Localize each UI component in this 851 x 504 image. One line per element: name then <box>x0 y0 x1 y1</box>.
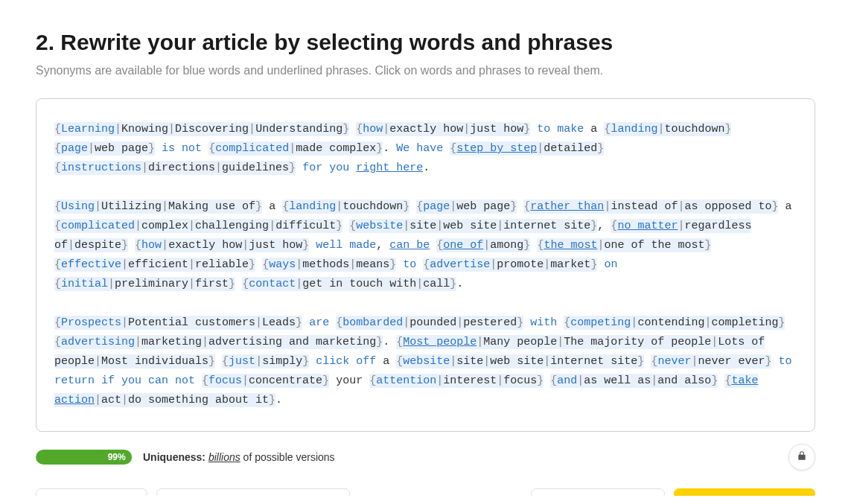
alt-word[interactable]: completing <box>711 316 778 329</box>
selected-word[interactable]: competing <box>570 316 631 329</box>
alt-word[interactable]: and also <box>657 374 711 387</box>
alt-word[interactable]: preliminary <box>115 278 188 290</box>
phrase[interactable]: can be <box>389 239 430 252</box>
phrase[interactable]: to make <box>537 123 584 135</box>
selected-word[interactable]: the most <box>544 239 597 252</box>
synonym-group[interactable]: {one of|among} <box>436 238 530 252</box>
alt-word[interactable]: simply <box>262 355 302 368</box>
alt-word[interactable]: internet site <box>503 220 590 232</box>
alt-word[interactable]: market <box>550 258 590 271</box>
alt-word[interactable]: challenging <box>195 220 269 232</box>
alt-word[interactable]: exactly how <box>389 123 463 135</box>
alt-word[interactable]: Understanding <box>255 123 342 135</box>
alt-word[interactable]: exactly how <box>168 239 242 252</box>
selected-word[interactable]: landing <box>289 200 336 213</box>
spintax-editor[interactable]: {Learning|Knowing|Discovering|Understand… <box>36 98 815 432</box>
synonym-group[interactable]: {the most|one of the most} <box>537 238 711 252</box>
alt-word[interactable]: Many people <box>483 336 557 348</box>
synonym-group[interactable]: {how|exactly how|just how} <box>135 238 309 252</box>
alt-word[interactable]: act <box>101 394 121 406</box>
selected-word[interactable]: one of <box>443 239 483 252</box>
synonym-group[interactable]: {how|exactly how|just how} <box>356 122 530 136</box>
phrase[interactable]: on <box>604 258 617 271</box>
selected-word[interactable]: Learning <box>61 123 115 135</box>
alt-word[interactable]: marketing <box>141 336 202 348</box>
alt-word[interactable]: touchdown <box>342 200 403 213</box>
selected-word[interactable]: just <box>229 355 255 368</box>
alt-word[interactable]: The majority of people <box>564 336 711 348</box>
alt-word[interactable]: directions <box>148 162 215 174</box>
button-placeholder-3[interactable] <box>531 488 665 496</box>
synonym-group[interactable]: {complicated|made complex} <box>208 141 383 156</box>
synonym-group[interactable]: {just|simply} <box>222 354 309 369</box>
synonym-group[interactable]: {website|site|web site|internet site} <box>349 219 597 233</box>
phrase[interactable]: We have <box>396 142 443 155</box>
alt-word[interactable]: just how <box>470 123 523 135</box>
synonym-group[interactable]: {advertise|promote|market} <box>423 258 597 272</box>
alt-word[interactable]: site <box>456 355 483 368</box>
alt-word[interactable]: do something about it <box>128 394 269 406</box>
selected-word[interactable]: how <box>363 123 383 135</box>
synonym-group[interactable]: {never|never ever} <box>651 354 771 369</box>
selected-word[interactable]: landing <box>611 123 657 135</box>
alt-word[interactable]: Most individuals <box>101 355 208 368</box>
synonym-group[interactable]: {website|site|web site|internet site} <box>396 354 644 369</box>
selected-word[interactable]: and <box>557 374 577 387</box>
alt-word[interactable]: instead of <box>611 200 678 213</box>
synonym-group[interactable]: {effective|efficient|reliable} <box>54 258 255 272</box>
alt-word[interactable]: site <box>409 220 436 232</box>
alt-word[interactable]: despite <box>74 239 121 252</box>
alt-word[interactable]: advertising and marketing <box>208 336 376 348</box>
synonym-group[interactable]: {complicated|complex|challenging|difficu… <box>54 219 342 233</box>
selected-word[interactable]: never <box>657 355 691 368</box>
synonym-group[interactable]: {rather than|instead of|as opposed to} <box>523 200 778 214</box>
synonym-group[interactable]: {competing|contending|completing} <box>564 316 785 330</box>
alt-word[interactable]: methods <box>302 258 349 271</box>
selected-word[interactable]: advertising <box>61 336 135 348</box>
selected-word[interactable]: focus <box>208 374 242 387</box>
selected-word[interactable]: rather than <box>530 200 604 213</box>
alt-word[interactable]: web page <box>95 142 148 155</box>
alt-word[interactable]: made complex <box>296 142 376 155</box>
alt-word[interactable]: guidelines <box>222 162 289 174</box>
alt-word[interactable]: as well as <box>584 374 651 387</box>
alt-word[interactable]: never ever <box>698 355 765 368</box>
alt-word[interactable]: among <box>490 239 523 252</box>
selected-word[interactable]: initial <box>61 278 108 290</box>
phrase[interactable]: are <box>309 316 329 329</box>
synonym-group[interactable]: {ways|methods|means} <box>262 258 396 272</box>
alt-word[interactable]: concentrate <box>249 374 322 387</box>
synonym-group[interactable]: {bombarded|pounded|pestered} <box>336 316 523 330</box>
synonym-group[interactable]: {instructions|directions|guidelines} <box>54 161 296 175</box>
selected-word[interactable]: no matter <box>617 220 678 232</box>
phrase[interactable]: for you <box>302 162 349 174</box>
synonym-group[interactable]: {advertising|marketing|advertising and m… <box>54 335 383 349</box>
synonym-group[interactable]: {step by step|detailed} <box>450 141 604 156</box>
synonym-group[interactable]: {and|as well as|and also} <box>550 374 718 388</box>
selected-word[interactable]: complicated <box>215 142 289 155</box>
selected-word[interactable]: website <box>403 355 450 368</box>
selected-word[interactable]: how <box>141 239 162 252</box>
alt-word[interactable]: difficult <box>275 220 336 232</box>
primary-action-button[interactable] <box>674 488 815 496</box>
button-placeholder-2[interactable] <box>156 488 350 496</box>
selected-word[interactable]: website <box>356 220 403 232</box>
alt-word[interactable]: Leads <box>262 316 296 329</box>
synonym-group[interactable]: {Prospects|Potential customers|Leads} <box>54 316 302 330</box>
synonym-group[interactable]: {Learning|Knowing|Discovering|Understand… <box>54 122 349 136</box>
selected-word[interactable]: Prospects <box>61 316 121 329</box>
alt-word[interactable]: just how <box>249 239 302 252</box>
alt-word[interactable]: first <box>195 278 229 290</box>
alt-word[interactable]: pestered <box>463 316 517 329</box>
alt-word[interactable]: means <box>356 258 389 271</box>
synonym-group[interactable]: {page|web page} <box>54 141 155 156</box>
synonym-group[interactable]: {contact|get in touch with|call} <box>242 277 456 291</box>
alt-word[interactable]: get in touch with <box>302 278 416 290</box>
selected-word[interactable]: effective <box>61 258 121 271</box>
synonym-group[interactable]: {page|web page} <box>416 200 517 214</box>
alt-word[interactable]: Making use of <box>168 200 255 213</box>
phrase[interactable]: to <box>403 258 416 271</box>
selected-word[interactable]: page <box>61 142 88 155</box>
alt-word[interactable]: Discovering <box>175 123 249 135</box>
selected-word[interactable]: Using <box>61 200 95 213</box>
